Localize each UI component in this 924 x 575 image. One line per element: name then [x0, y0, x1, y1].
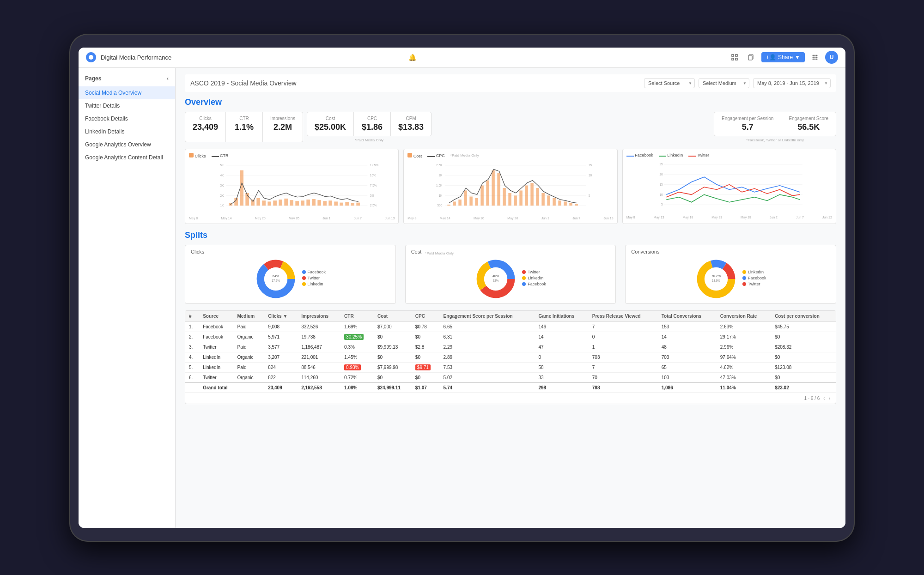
col-game[interactable]: Game Initiations [535, 311, 589, 322]
source-select-wrapper: Select Source [644, 78, 695, 88]
pagination-next[interactable]: › [829, 396, 830, 401]
cell-medium: Organic [233, 372, 264, 382]
col-conv-rate[interactable]: Conversion Rate [717, 311, 771, 322]
cell-source: Twitter [199, 342, 233, 352]
sidebar-item-google-analytics-overview[interactable]: Google Analytics Overview [79, 138, 175, 151]
kpi-cpm-value: $13.83 [398, 122, 424, 132]
facebook-legend-item: Facebook [626, 153, 653, 157]
svg-rect-43 [301, 200, 304, 206]
sidebar-item-facebook-details[interactable]: Facebook Details [79, 112, 175, 125]
page-title: ASCO 2019 - Social Media Overview [190, 79, 297, 87]
sidebar-collapse-icon[interactable]: ‹ [167, 75, 169, 82]
cell-conv-rate: 47.03% [717, 372, 771, 382]
conversions-pie-content: 70.2% 13.9% LinkedIn Facebook Twitter [695, 258, 766, 300]
svg-text:15: 15 [659, 182, 663, 186]
cell-cpc: $2.8 [412, 342, 440, 352]
splits-section: Splits Clicks [185, 230, 836, 304]
svg-text:1.5K: 1.5K [436, 183, 443, 187]
cell-cpc: $0.78 [412, 321, 440, 332]
grid-icon [812, 54, 818, 61]
cost-pie-title: Cost [411, 249, 422, 254]
cost-cpc-chart-area: 2.5K 2K 1.5K 1K 500 15 10 5 [407, 160, 613, 216]
top-bar: Digital Media Performance 🔔 [79, 48, 845, 68]
svg-rect-86 [553, 198, 556, 205]
table-row: 5.LinkedInPaid82488,5460.93%$7,999.98$9.… [185, 362, 836, 372]
col-cost[interactable]: Cost [374, 311, 412, 322]
col-cpc[interactable]: CPC [412, 311, 440, 322]
kpi-cost-label: Cost [315, 116, 346, 121]
svg-rect-2 [732, 58, 734, 60]
kpi-engagement-score-value: 56.5K [789, 122, 828, 132]
col-ctr[interactable]: CTR [340, 311, 374, 322]
cell-clicks: 3,207 [264, 352, 298, 362]
svg-point-6 [813, 55, 814, 56]
svg-rect-3 [736, 58, 737, 60]
cell-impressions: 221,001 [298, 352, 340, 362]
cell-cost-conv: $123.08 [771, 362, 836, 372]
table-row: 1.FacebookPaid9,008332,5261.69%$7,000$0.… [185, 321, 836, 332]
pagination-info: 1 - 6 / 6 [804, 396, 820, 401]
cell-source: Facebook [199, 321, 233, 332]
cost-pie-svg: 40% 32% [475, 258, 517, 300]
cost-pie-content: 40% 32% Twitter LinkedIn Facebook [475, 258, 546, 300]
fullscreen-button[interactable] [728, 51, 741, 64]
cell-clicks: 9,008 [264, 321, 298, 332]
linkedin-legend-item: LinkedIn [659, 153, 683, 157]
total-cost: $24,999.11 [374, 382, 412, 393]
clicks-ctr-chart-area: 5K 4K 3K 2K 1K 12.5% 10% 7.5% 5% 2.5% [189, 160, 395, 216]
col-cost-conv[interactable]: Cost per conversion [771, 311, 836, 322]
col-impressions[interactable]: Impressions [298, 311, 340, 322]
date-range-wrapper: May 8, 2019 - Jun 15, 2019 [753, 78, 831, 88]
cell-conversions: 65 [658, 362, 717, 372]
share-button[interactable]: +👤 Share ▼ [761, 52, 805, 62]
clicks-pie-box: Clicks 64% 17.2% [185, 245, 396, 304]
cell-ctr: 1.45% [340, 352, 374, 362]
medium-select[interactable]: Select Medium [699, 78, 749, 88]
user-avatar[interactable]: U [825, 51, 838, 64]
sidebar-item-twitter-details[interactable]: Twitter Details [79, 99, 175, 112]
col-source[interactable]: Source [199, 311, 233, 322]
col-clicks[interactable]: Clicks ▼ [264, 311, 298, 322]
sidebar-item-google-analytics-content-detail[interactable]: Google Analytics Content Detail [79, 151, 175, 164]
source-select[interactable]: Select Source [644, 78, 695, 88]
svg-text:5%: 5% [370, 194, 375, 197]
svg-rect-47 [323, 201, 327, 206]
sidebar-item-social-media-overview[interactable]: Social Media Overview [79, 86, 175, 99]
col-press[interactable]: Press Release Viewed [589, 311, 658, 322]
svg-text:1K: 1K [439, 194, 443, 197]
col-medium[interactable]: Medium [233, 311, 264, 322]
cell-game: 14 [535, 332, 589, 342]
grid-button[interactable] [808, 51, 821, 64]
kpi-cost-value: $25.00K [315, 122, 346, 132]
svg-rect-77 [503, 188, 506, 206]
svg-point-7 [815, 55, 816, 56]
svg-rect-46 [317, 200, 321, 206]
total-blank [185, 382, 199, 393]
col-conversions[interactable]: Total Conversions [658, 311, 717, 322]
svg-rect-45 [312, 199, 316, 206]
kpi-engagement-value: 5.7 [722, 122, 773, 132]
svg-rect-84 [542, 193, 545, 205]
date-range-select[interactable]: May 8, 2019 - Jun 15, 2019 [753, 78, 831, 88]
social-channels-chart: Facebook LinkedIn Twitter 25 [622, 149, 836, 224]
cost-cpc-chart: Cost CPC *Paid Media Only 2.5 [403, 149, 617, 224]
fullscreen-icon [731, 54, 738, 61]
kpi-engagement-label: Engagement per Session [722, 116, 773, 121]
cell-num: 3. [185, 342, 199, 352]
svg-rect-88 [564, 201, 567, 206]
svg-rect-81 [525, 185, 529, 206]
copy-button[interactable] [745, 51, 758, 64]
table: # Source Medium Clicks ▼ Impressions CTR… [185, 311, 836, 393]
grand-total-row: Grand total 23,409 2,162,558 1.08% $24,9… [185, 382, 836, 393]
cell-engagement: 6.65 [440, 321, 535, 332]
cell-clicks: 824 [264, 362, 298, 372]
sidebar-item-linkedin-details[interactable]: LinkedIn Details [79, 125, 175, 138]
kpi-engagement-score-label: Engagement Score [789, 116, 828, 121]
svg-point-10 [815, 57, 816, 58]
main-layout: Pages ‹ Social Media Overview Twitter De… [79, 68, 845, 528]
col-engagement[interactable]: Engagement Score per Session [440, 311, 535, 322]
clicks-ctr-legend: Clicks CTR [189, 153, 395, 158]
svg-text:1K: 1K [220, 204, 224, 207]
pagination-prev[interactable]: ‹ [823, 396, 825, 401]
medium-select-wrapper: Select Medium [699, 78, 749, 88]
